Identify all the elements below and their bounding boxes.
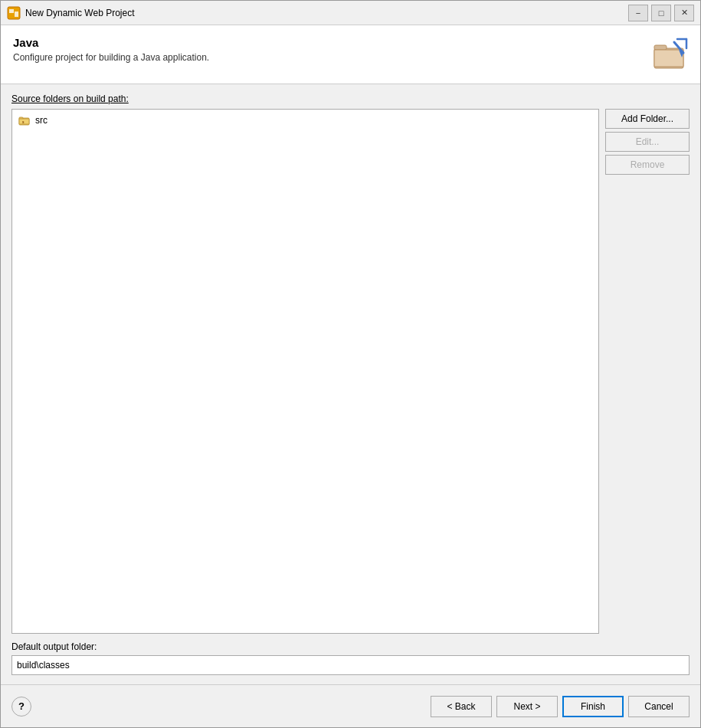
minimize-button[interactable]: − <box>628 5 648 21</box>
svg-rect-2 <box>15 11 18 17</box>
header-subtitle: Configure project for building a Java ap… <box>13 52 651 63</box>
output-folder-input[interactable] <box>11 655 690 675</box>
title-bar: New Dynamic Web Project − □ ✕ <box>1 1 700 25</box>
java-folder-icon <box>651 36 688 73</box>
side-buttons: Add Folder... Edit... Remove <box>605 109 690 634</box>
window-controls: − □ ✕ <box>628 5 694 21</box>
list-item[interactable]: s src <box>15 113 595 128</box>
finish-button[interactable]: Finish <box>562 696 624 717</box>
folders-list[interactable]: s src <box>11 109 599 634</box>
footer-left: ? <box>11 697 31 717</box>
help-button[interactable]: ? <box>11 697 31 717</box>
source-folders-label: Source folders on build path: <box>11 93 690 104</box>
window-icon <box>7 6 21 20</box>
footer-area: ? < Back Next > Finish Cancel <box>1 684 700 727</box>
output-folder-label: Default output folder: <box>11 641 690 652</box>
output-folder-section: Default output folder: <box>11 641 690 675</box>
remove-button[interactable]: Remove <box>605 155 690 175</box>
cancel-button[interactable]: Cancel <box>628 696 690 717</box>
content-area: Source folders on build path: s s <box>1 84 700 684</box>
header-icon <box>651 36 688 73</box>
source-folders-container: s src Add Folder... Edit... Remove <box>11 109 690 634</box>
header-text: Java Configure project for building a Ja… <box>13 36 651 63</box>
add-folder-button[interactable]: Add Folder... <box>605 109 690 129</box>
dialog-window: New Dynamic Web Project − □ ✕ Java Confi… <box>0 0 701 728</box>
close-button[interactable]: ✕ <box>674 5 694 21</box>
src-folder-icon: s <box>18 114 31 126</box>
svg-rect-6 <box>654 50 683 67</box>
svg-rect-5 <box>654 45 667 50</box>
svg-rect-1 <box>9 9 14 13</box>
maximize-button[interactable]: □ <box>651 5 671 21</box>
window-title: New Dynamic Web Project <box>25 8 628 18</box>
edit-button[interactable]: Edit... <box>605 132 690 152</box>
footer-buttons: < Back Next > Finish Cancel <box>431 696 690 717</box>
header-title: Java <box>13 36 651 49</box>
next-button[interactable]: Next > <box>496 696 558 717</box>
back-button[interactable]: < Back <box>431 696 492 717</box>
src-label: src <box>35 115 47 126</box>
header-area: Java Configure project for building a Ja… <box>1 25 700 84</box>
